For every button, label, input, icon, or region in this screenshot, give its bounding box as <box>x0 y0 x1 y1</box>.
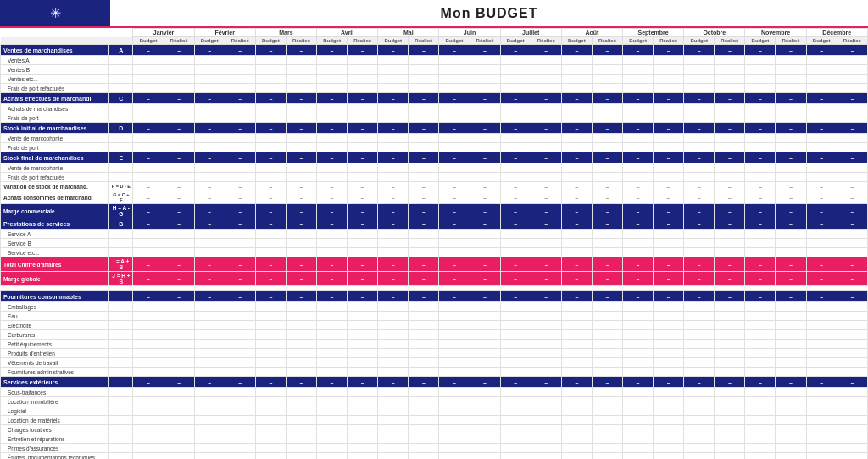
data-cell: – <box>286 123 316 134</box>
data-cell <box>255 358 286 368</box>
data-cell <box>470 75 500 84</box>
row-label: Ventes A <box>1 56 109 65</box>
data-cell <box>133 406 164 416</box>
data-cell <box>500 56 531 65</box>
data-cell <box>561 312 592 321</box>
data-cell <box>715 434 745 444</box>
data-cell <box>348 453 378 460</box>
formula-row: Achats consommés de marchand. G = C + F … <box>1 191 868 204</box>
data-cell <box>255 163 286 173</box>
data-cell <box>439 312 470 321</box>
logo-icon: ✳ <box>50 5 61 21</box>
data-cell <box>439 248 470 257</box>
data-cell <box>684 416 715 425</box>
data-cell: – <box>194 257 225 272</box>
data-cell: – <box>378 204 409 218</box>
data-cell: – <box>317 123 348 134</box>
data-cell <box>806 340 837 349</box>
section-label: Stock initial de marchandises <box>1 123 109 134</box>
data-cell <box>470 230 500 239</box>
data-cell <box>531 349 561 358</box>
data-cell <box>684 453 715 460</box>
data-cell <box>531 230 561 239</box>
data-cell: – <box>500 45 531 56</box>
row-code <box>109 397 133 406</box>
month-fevrier: Février <box>194 29 255 37</box>
section-label: Achats effectués de marchandi. <box>1 93 109 104</box>
data-cell <box>164 56 194 65</box>
data-cell: – <box>409 377 439 388</box>
data-cell: – <box>715 152 745 163</box>
data-cell: – <box>654 204 684 218</box>
data-cell <box>164 173 194 182</box>
data-cell: – <box>592 218 622 230</box>
data-cell: – <box>592 152 622 163</box>
data-cell: – <box>531 93 561 104</box>
data-cell <box>164 453 194 460</box>
data-cell <box>684 113 715 123</box>
row-label: Frais de port <box>1 143 109 152</box>
data-cell: – <box>592 257 622 272</box>
data-cell <box>500 163 531 173</box>
data-cell <box>592 453 622 460</box>
data-cell <box>806 425 837 434</box>
data-cell <box>654 358 684 368</box>
data-cell <box>561 434 592 444</box>
data-cell: – <box>745 291 776 302</box>
data-cell: – <box>806 377 837 388</box>
data-cell <box>745 330 776 340</box>
data-cell <box>806 330 837 340</box>
row-code <box>109 56 133 65</box>
data-cell <box>194 113 225 123</box>
data-cell <box>745 453 776 460</box>
data-cell: – <box>531 182 561 191</box>
data-cell <box>409 349 439 358</box>
data-cell: – <box>531 123 561 134</box>
data-cell <box>561 425 592 434</box>
data-row: Frais de port <box>1 113 868 123</box>
data-cell <box>194 239 225 248</box>
row-code: J = H + B <box>109 272 133 286</box>
data-cell: – <box>745 218 776 230</box>
data-cell <box>531 444 561 453</box>
data-cell <box>409 330 439 340</box>
data-cell <box>592 56 622 65</box>
data-cell <box>439 65 470 75</box>
data-cell <box>286 425 316 434</box>
data-cell <box>531 425 561 434</box>
data-cell: – <box>715 182 745 191</box>
data-cell <box>745 312 776 321</box>
data-cell <box>194 321 225 330</box>
data-cell <box>164 84 194 93</box>
data-cell <box>286 312 316 321</box>
data-cell <box>133 163 164 173</box>
data-cell <box>561 330 592 340</box>
data-cell <box>439 388 470 397</box>
data-cell <box>317 65 348 75</box>
data-cell <box>225 425 255 434</box>
data-cell <box>255 321 286 330</box>
data-cell <box>348 173 378 182</box>
data-cell <box>745 113 776 123</box>
data-cell <box>561 143 592 152</box>
row-label: Frais de port refacturés <box>1 84 109 93</box>
data-cell <box>164 321 194 330</box>
data-cell <box>500 444 531 453</box>
data-cell: – <box>194 93 225 104</box>
data-cell <box>684 65 715 75</box>
table-body: Ventes de marchandises A –––––––––––––––… <box>1 45 868 460</box>
data-cell: – <box>409 204 439 218</box>
data-cell <box>378 444 409 453</box>
data-cell <box>806 84 837 93</box>
data-cell: – <box>561 152 592 163</box>
row-label: Total Chiffre d'affaires <box>1 257 109 272</box>
data-cell: – <box>194 152 225 163</box>
data-cell <box>439 104 470 113</box>
data-cell <box>837 340 867 349</box>
data-cell: – <box>439 45 470 56</box>
data-cell: – <box>776 204 806 218</box>
data-cell <box>715 134 745 143</box>
budget-table: Janvier Février Mars Avril Mai Juin Juil… <box>0 28 868 459</box>
data-cell <box>561 163 592 173</box>
data-cell <box>745 434 776 444</box>
